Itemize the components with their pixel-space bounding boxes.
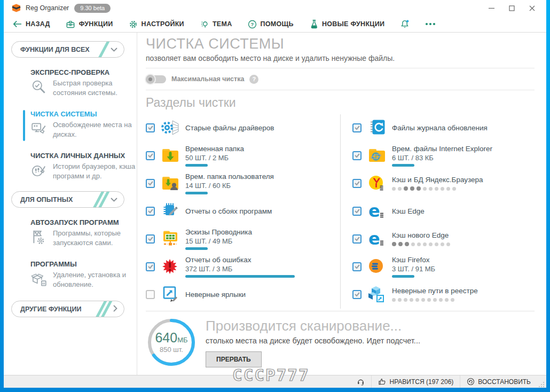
maximize-button[interactable]: [501, 2, 522, 14]
checkbox[interactable]: [352, 234, 362, 244]
cleanup-item-explorer-thumbnails[interactable]: Эскизы Проводника15 ШТ. / 49 МБ: [146, 225, 331, 252]
flask-icon: [309, 19, 318, 29]
sidebar-group-advanced[interactable]: ДЛЯ ОПЫТНЫХ: [11, 191, 124, 208]
checkbox[interactable]: [146, 179, 155, 188]
restore-icon: [467, 378, 475, 386]
box-trash-icon: [30, 270, 49, 290]
checkbox[interactable]: [146, 262, 155, 271]
toolbar: НАЗАД ФУНКЦИИ НАСТРОЙКИ ТЕМА ? ПОМОЩЬ НО…: [4, 16, 546, 33]
page-title: ЧИСТКА СИСТЕМЫ: [146, 36, 535, 52]
chevron-down-icon: [111, 45, 117, 53]
scan-description: столько места на диске будет освобождено…: [206, 336, 420, 345]
edge-browser-icon: e: [367, 201, 387, 221]
cleanup-item-registry-paths[interactable]: Неверные пути в реестре: [352, 281, 535, 308]
app-window: Reg Organizer 9.30 beta НАЗАД ФУНКЦИИ НА…: [4, 0, 546, 388]
cleanup-item-temp-folder[interactable]: Временная папка50 ШТ. / 2 МБ: [146, 142, 331, 169]
sidebar-item-programs[interactable]: ПРОГРАММЫ Удаление, установка и обновлен…: [11, 255, 137, 296]
magnifier-check-icon: [30, 78, 49, 98]
notifications-button[interactable]: [400, 19, 410, 29]
app-logo-icon: [11, 3, 21, 13]
main-panel: ЧИСТКА СИСТЕМЫ позволяет вам освободить …: [137, 33, 546, 375]
sidebar-item-autorun[interactable]: АВТОЗАПУСК ПРОГРАММ Программы, которые з…: [11, 213, 137, 255]
cleanup-item-old-drivers[interactable]: Старые файлы драйверов: [146, 114, 331, 141]
page-subtitle: позволяет вам освободить место на диске …: [146, 54, 535, 62]
progress-bar: [392, 275, 414, 278]
sidebar-item-system-cleanup[interactable]: ЧИСТКА СИСТЕМЫ Освобождение места на дис…: [11, 105, 137, 146]
cleanup-item-edge-cache[interactable]: e Кэш Edge: [352, 198, 535, 224]
checkbox[interactable]: [352, 179, 362, 188]
sections-title: Разделы чистки: [146, 96, 535, 110]
checkbox[interactable]: [146, 151, 155, 160]
checkbox[interactable]: [146, 234, 155, 244]
checkbox[interactable]: [146, 290, 155, 299]
lightbulb-icon: [200, 20, 209, 29]
registry-cubes-icon: [367, 285, 387, 304]
progress-bar: [185, 192, 208, 194]
support-button[interactable]: [350, 375, 371, 388]
svg-text:?: ?: [250, 21, 254, 27]
edge-browser-icon: e: [367, 229, 387, 248]
checkbox[interactable]: [352, 123, 362, 132]
more-button[interactable]: [425, 22, 436, 26]
cleanup-item-invalid-shortcuts[interactable]: Неверные ярлыки: [146, 281, 331, 308]
footprints-broom-icon: [30, 161, 49, 182]
driver-files-icon: [161, 118, 180, 137]
restore-button[interactable]: ВОССТАНОВИТЬ: [460, 375, 537, 388]
sidebar-item-express-check[interactable]: ЭКСПРЕСС-ПРОВЕРКА Быстрая проверка состо…: [11, 63, 137, 105]
sidebar-group-functions-for-all[interactable]: ФУНКЦИИ ДЛЯ ВСЕХ: [11, 41, 124, 58]
settings-button[interactable]: НАСТРОЙКИ: [129, 20, 184, 29]
checkbox[interactable]: [352, 151, 362, 160]
cleanup-item-update-journal[interactable]: Файлы журнала обновления: [352, 114, 535, 141]
computer-broom-icon: [30, 120, 49, 140]
flag-gear-icon: [30, 228, 49, 248]
close-button[interactable]: [522, 2, 542, 14]
update-journal-icon: [367, 118, 387, 137]
cleanup-item-firefox-cache[interactable]: Кэш Firefox3 ШТ. / 91 МБ: [352, 253, 535, 280]
functions-button[interactable]: ФУНКЦИИ: [66, 20, 113, 29]
minimize-button[interactable]: [481, 2, 501, 14]
scan-progress-dots: [392, 186, 483, 191]
cleanup-sections: Старые файлы драйверов Временная папка50…: [146, 114, 535, 311]
checkbox[interactable]: [352, 207, 362, 216]
cleanup-item-ie-temp-files[interactable]: Врем. файлы Internet Explorer6 ШТ. / 83 …: [352, 142, 535, 169]
scan-panel: 640МБ 850 шт. Производится сканирование.…: [146, 311, 535, 368]
progress-bar: [185, 247, 208, 250]
scan-progress-dots: [392, 242, 450, 247]
max-clean-toggle[interactable]: [146, 75, 166, 83]
progress-bar: [185, 275, 295, 278]
gear-icon: [129, 20, 138, 29]
sidebar-item-private-data-cleanup[interactable]: ЧИСТКА ЛИЧНЫХ ДАННЫХ Истории браузеров, …: [11, 146, 137, 188]
abort-button[interactable]: ПРЕРВАТЬ: [206, 351, 262, 367]
back-arrow-icon: [12, 20, 22, 28]
version-badge: 9.30 beta: [74, 4, 111, 13]
sidebar-group-other-functions[interactable]: ДРУГИЕ ФУНКЦИИ: [11, 301, 124, 317]
help-button[interactable]: ? ПОМОЩЬ: [248, 20, 294, 29]
crash-report-icon: [161, 201, 180, 221]
max-clean-label: Максимальная чистка: [171, 75, 244, 83]
help-circle-icon[interactable]: ?: [249, 75, 258, 84]
briefcase-icon: [66, 20, 75, 29]
svg-text:e: e: [368, 229, 380, 248]
checkbox[interactable]: [146, 207, 155, 216]
ellipsis-icon: [425, 22, 436, 26]
theme-button[interactable]: ТЕМА: [200, 20, 232, 29]
cleanup-item-user-temp-folder[interactable]: Врем. папка пользователя14 ШТ. / 60 КБ: [146, 170, 331, 197]
thumbnails-icon: [161, 229, 180, 248]
chevron-right-icon: [113, 305, 117, 313]
question-icon: ?: [248, 20, 257, 29]
cleanup-item-error-reports[interactable]: Отчеты об ошибках372 ШТ. / 3 МБ: [146, 253, 331, 280]
like-button[interactable]: НРАВИТСЯ (197 206): [371, 375, 460, 388]
new-features-button[interactable]: НОВЫЕ ФУНКЦИИ: [309, 19, 384, 29]
checkbox[interactable]: [352, 290, 362, 299]
cleanup-item-crash-reports[interactable]: Отчеты о сбоях программ: [146, 198, 331, 224]
cleanup-item-yandex-cache[interactable]: Кэш и БД Яндекс.Браузера: [352, 170, 535, 197]
scan-size-value: 640: [155, 330, 177, 345]
cleanup-item-new-edge-cache[interactable]: e Кэш нового Edge: [352, 225, 535, 252]
back-button[interactable]: НАЗАД: [12, 20, 50, 28]
checkbox[interactable]: [146, 123, 155, 132]
user-temp-folder-icon: [161, 174, 180, 193]
headphones-icon: [357, 378, 365, 386]
checkbox[interactable]: [352, 262, 362, 271]
resize-grip[interactable]: [538, 381, 545, 388]
shortcut-icon: [161, 285, 180, 304]
